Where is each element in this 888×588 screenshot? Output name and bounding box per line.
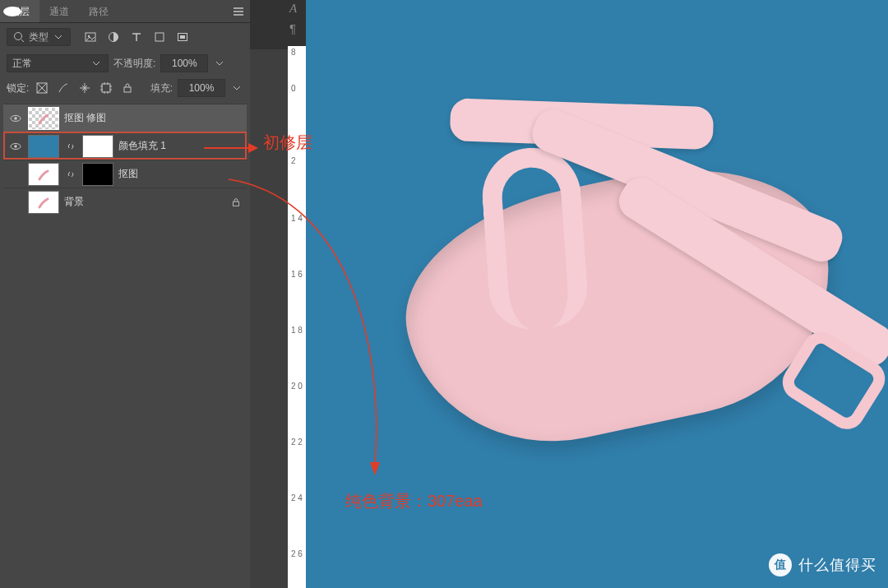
- ruler-tick: 2: [291, 156, 296, 165]
- layer-row[interactable]: 抠图 修图: [3, 104, 247, 132]
- layer-thumbnail[interactable]: [28, 191, 59, 214]
- fill-input[interactable]: 100%: [178, 79, 225, 97]
- filter-adjust-icon[interactable]: [105, 29, 122, 45]
- panel-menu-button[interactable]: [227, 0, 250, 22]
- lock-row: 锁定: 填充: 100%: [0, 76, 250, 104]
- link-icon[interactable]: [64, 140, 77, 153]
- tab-channels[interactable]: 通道: [39, 0, 79, 22]
- ruler-tick: 1 6: [291, 270, 303, 279]
- watermark-text: 什么值得买: [798, 555, 876, 575]
- type-filter-label: 类型: [29, 30, 49, 44]
- filter-pixel-icon[interactable]: [82, 29, 99, 45]
- eye-icon: [9, 140, 22, 153]
- svg-rect-8: [102, 84, 110, 92]
- tab-paths[interactable]: 路径: [79, 0, 118, 22]
- visibility-toggle[interactable]: [8, 111, 23, 126]
- ruler-tick: 2 6: [291, 549, 303, 558]
- filter-type-icon[interactable]: [128, 29, 145, 45]
- ruler-tick: 2 2: [291, 438, 303, 447]
- filter-shape-icon[interactable]: [151, 29, 168, 45]
- layer-row[interactable]: 背景: [3, 188, 247, 215]
- svg-point-13: [14, 145, 17, 148]
- svg-rect-4: [155, 33, 164, 41]
- glyph-a-icon: A: [289, 2, 297, 16]
- lock-icon: [230, 197, 242, 208]
- document-canvas[interactable]: [306, 0, 888, 588]
- watermark: 值 什么值得买: [769, 553, 876, 576]
- svg-point-11: [14, 117, 17, 120]
- layers-panel: 图层 通道 路径 类型 正常: [0, 0, 250, 588]
- ruler-tick: 2 4: [291, 493, 303, 502]
- tool-hint: A ¶: [250, 0, 306, 49]
- hamburger-icon: [232, 5, 245, 18]
- type-filter[interactable]: 类型: [7, 28, 71, 46]
- ruler-tick: 0: [291, 84, 296, 93]
- layer-name[interactable]: 抠图: [118, 167, 242, 181]
- chevron-down-icon: [90, 57, 103, 70]
- blend-mode-value: 正常: [12, 57, 32, 71]
- lock-artboard-icon[interactable]: [98, 80, 114, 96]
- opacity-label: 不透明度:: [113, 57, 155, 71]
- layer-row[interactable]: 抠图: [3, 160, 247, 188]
- ruler-tick: 1 4: [291, 214, 303, 223]
- filter-row: 类型: [0, 23, 250, 51]
- chevron-down-icon: [52, 30, 65, 44]
- blend-mode-select[interactable]: 正常: [7, 54, 109, 72]
- visibility-toggle[interactable]: [8, 167, 23, 182]
- layer-row[interactable]: 颜色填充 1: [3, 132, 247, 160]
- vertical-ruler: 8 0 2 1 4 1 6 1 8 2 0 2 2 2 4 2 6: [288, 46, 306, 588]
- panel-tabs: 图层 通道 路径: [0, 0, 250, 23]
- layer-name[interactable]: 颜色填充 1: [118, 139, 242, 153]
- app-root: 图层 通道 路径 类型 正常: [0, 0, 888, 588]
- layers-list: 抠图 修图 颜色填充 1 抠图: [0, 104, 250, 215]
- ruler-tick: 8: [291, 48, 296, 57]
- lock-label: 锁定:: [7, 81, 29, 95]
- svg-rect-6: [180, 35, 185, 39]
- filter-kind-icons: [82, 29, 191, 45]
- ruler-tick: 1 8: [291, 326, 303, 335]
- chevron-down-icon[interactable]: [213, 57, 226, 70]
- svg-rect-14: [234, 201, 239, 206]
- watermark-badge: 值: [769, 553, 792, 576]
- lock-transparency-icon[interactable]: [34, 80, 50, 96]
- tool-strip: A ¶ 8 0 2 1 4 1 6 1 8 2 0 2 2 2 4 2 6: [250, 0, 306, 588]
- eye-icon: [9, 112, 22, 125]
- lock-pixels-icon[interactable]: [55, 80, 72, 96]
- layer-thumbnail[interactable]: [28, 107, 59, 130]
- pilcrow-icon: ¶: [289, 21, 296, 35]
- filter-smart-icon[interactable]: [174, 29, 191, 45]
- ruler-tick: 2 0: [291, 382, 303, 391]
- visibility-toggle[interactable]: [8, 139, 23, 154]
- lock-position-icon[interactable]: [76, 80, 93, 96]
- search-icon: [12, 30, 25, 44]
- lock-all-icon[interactable]: [119, 80, 136, 96]
- svg-rect-9: [124, 87, 131, 92]
- product-image: [317, 32, 888, 560]
- fill-label: 填充:: [150, 81, 173, 95]
- blend-row: 正常 不透明度: 100%: [0, 51, 250, 76]
- visibility-toggle[interactable]: [8, 195, 23, 210]
- fill-swatch[interactable]: [28, 135, 59, 158]
- layer-mask[interactable]: [82, 135, 113, 158]
- layer-name[interactable]: 背景: [64, 195, 225, 209]
- layer-name[interactable]: 抠图 修图: [64, 111, 242, 125]
- opacity-input[interactable]: 100%: [160, 54, 208, 72]
- link-icon[interactable]: [64, 168, 77, 181]
- layer-mask[interactable]: [82, 163, 113, 186]
- chevron-down-icon[interactable]: [230, 81, 243, 95]
- svg-point-0: [15, 33, 22, 40]
- lock-icons: [34, 80, 136, 96]
- layer-thumbnail[interactable]: [28, 163, 59, 186]
